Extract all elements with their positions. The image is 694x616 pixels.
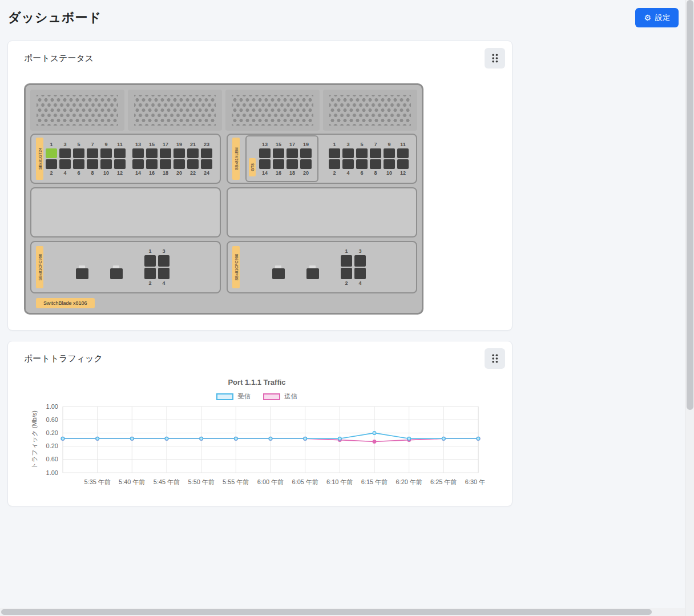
svg-text:5:35 午前: 5:35 午前 bbox=[84, 478, 110, 485]
port-column: 12 bbox=[340, 248, 353, 287]
port-14[interactable] bbox=[132, 159, 144, 169]
port-7[interactable] bbox=[87, 148, 98, 158]
port-number: 15 bbox=[149, 141, 155, 148]
port-group: 123456789101112 bbox=[328, 141, 410, 176]
port-number: 2 bbox=[148, 280, 151, 287]
console-port[interactable] bbox=[110, 268, 123, 279]
port-22[interactable] bbox=[187, 159, 199, 169]
port-6[interactable] bbox=[73, 159, 84, 169]
port-8[interactable] bbox=[370, 159, 381, 169]
port-6[interactable] bbox=[356, 159, 368, 169]
line-card-row: SBx81GT24 123456789101112 13141516171819… bbox=[30, 134, 417, 184]
port-13[interactable] bbox=[259, 148, 271, 158]
legend-item-送信[interactable]: 送信 bbox=[263, 392, 297, 401]
port-4[interactable] bbox=[59, 159, 71, 169]
port-15[interactable] bbox=[273, 148, 284, 158]
port-10[interactable] bbox=[100, 159, 112, 169]
port-24[interactable] bbox=[201, 159, 212, 169]
port-2[interactable] bbox=[46, 159, 57, 169]
legend-item-受信[interactable]: 受信 bbox=[216, 392, 251, 401]
port-4[interactable] bbox=[342, 159, 354, 169]
port-number: 17 bbox=[163, 141, 168, 148]
port-2[interactable] bbox=[341, 268, 352, 279]
port-number: 9 bbox=[388, 141, 390, 148]
vertical-scrollbar-thumb[interactable] bbox=[687, 0, 693, 410]
svg-text:6:20 午前: 6:20 午前 bbox=[396, 478, 422, 485]
port-column: 1112 bbox=[113, 141, 127, 176]
svg-text:トラフィック (Mb/s): トラフィック (Mb/s) bbox=[31, 410, 38, 469]
console-port[interactable] bbox=[76, 268, 88, 279]
port-1[interactable] bbox=[46, 148, 57, 158]
drag-handle-button[interactable] bbox=[485, 348, 505, 369]
port-9[interactable] bbox=[100, 148, 112, 158]
svg-text:0.60: 0.60 bbox=[46, 416, 58, 423]
port-column: 1516 bbox=[272, 141, 285, 176]
port-16[interactable] bbox=[146, 159, 158, 169]
port-number: 1 bbox=[148, 248, 151, 255]
svg-text:1.00: 1.00 bbox=[46, 403, 58, 410]
port-7[interactable] bbox=[370, 148, 381, 158]
port-3[interactable] bbox=[342, 148, 354, 158]
port-number: 12 bbox=[117, 170, 123, 176]
port-19[interactable] bbox=[300, 148, 312, 158]
port-23[interactable] bbox=[201, 148, 212, 158]
port-number: 9 bbox=[104, 141, 107, 148]
port-column: 12 bbox=[328, 141, 341, 176]
port-20[interactable] bbox=[300, 159, 312, 169]
port-18[interactable] bbox=[287, 159, 298, 169]
port-8[interactable] bbox=[87, 159, 98, 169]
port-traffic-title: ポートトラフィック bbox=[24, 353, 103, 364]
port-11[interactable] bbox=[397, 148, 409, 158]
drag-handle-button[interactable] bbox=[485, 48, 505, 69]
port-number: 18 bbox=[289, 170, 295, 176]
chart-legend: 受信送信 bbox=[29, 392, 485, 401]
port-column: 12 bbox=[45, 141, 58, 176]
port-1[interactable] bbox=[341, 255, 352, 267]
port-1[interactable] bbox=[144, 255, 156, 267]
port-number: 15 bbox=[276, 141, 281, 148]
port-3[interactable] bbox=[354, 255, 366, 267]
port-17[interactable] bbox=[160, 148, 171, 158]
port-5[interactable] bbox=[73, 148, 84, 158]
page-title: ダッシュボード bbox=[8, 9, 102, 26]
port-column: 1516 bbox=[145, 141, 159, 176]
port-number: 11 bbox=[400, 141, 406, 148]
port-1[interactable] bbox=[329, 148, 340, 158]
settings-button[interactable]: ⚙ 設定 bbox=[635, 8, 679, 27]
port-2[interactable] bbox=[144, 268, 156, 279]
port-4[interactable] bbox=[158, 268, 170, 279]
horizontal-scrollbar-thumb[interactable] bbox=[1, 609, 652, 615]
port-group: 123456789101112 bbox=[45, 141, 127, 176]
port-4[interactable] bbox=[354, 268, 366, 279]
port-5[interactable] bbox=[356, 148, 368, 158]
console-port[interactable] bbox=[306, 268, 319, 279]
port-12[interactable] bbox=[114, 159, 126, 169]
port-14[interactable] bbox=[259, 159, 271, 169]
port-10[interactable] bbox=[384, 159, 395, 169]
traffic-chart-block: Port 1.1.1 Traffic 受信送信 1.000.600.200.20… bbox=[29, 378, 485, 489]
port-2[interactable] bbox=[329, 159, 340, 169]
port-3[interactable] bbox=[158, 255, 170, 267]
port-21[interactable] bbox=[187, 148, 199, 158]
port-12[interactable] bbox=[397, 159, 409, 169]
port-11[interactable] bbox=[114, 148, 126, 158]
port-number: 6 bbox=[360, 170, 363, 176]
port-number: 10 bbox=[386, 170, 392, 176]
port-number: 4 bbox=[358, 280, 361, 287]
port-number: 2 bbox=[50, 170, 53, 176]
port-number: 1 bbox=[50, 141, 53, 148]
port-19[interactable] bbox=[174, 148, 185, 158]
port-16[interactable] bbox=[273, 159, 284, 169]
port-13[interactable] bbox=[132, 148, 144, 158]
port-18[interactable] bbox=[160, 159, 171, 169]
port-17[interactable] bbox=[287, 148, 298, 158]
port-3[interactable] bbox=[59, 148, 71, 158]
port-column: 1920 bbox=[299, 141, 313, 176]
port-9[interactable] bbox=[384, 148, 395, 158]
port-20[interactable] bbox=[174, 159, 185, 169]
port-number: 18 bbox=[163, 170, 168, 176]
port-15[interactable] bbox=[146, 148, 158, 158]
settings-button-label: 設定 bbox=[655, 13, 670, 23]
console-port[interactable] bbox=[272, 268, 285, 279]
port-number: 8 bbox=[374, 170, 377, 176]
